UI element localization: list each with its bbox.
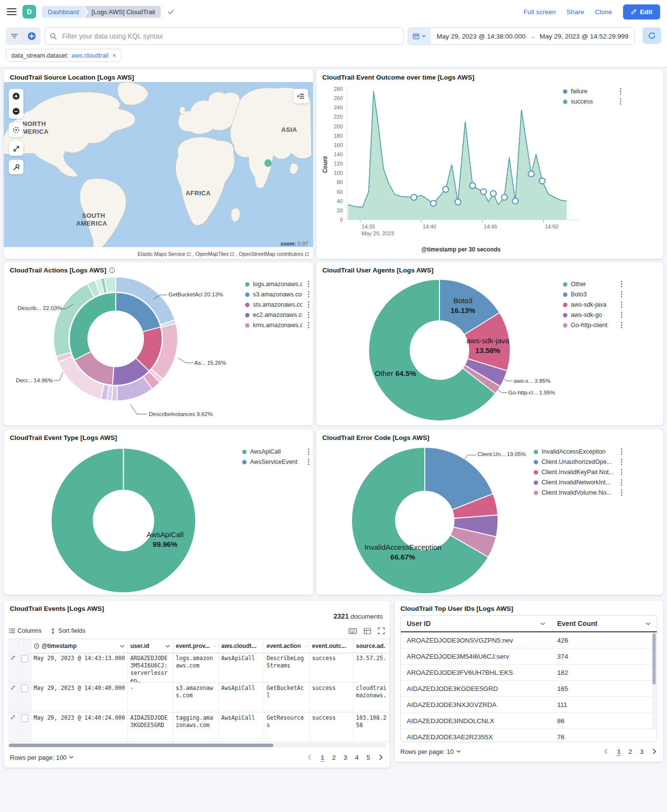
table-row[interactable]: AROAZEDJODE3M54I6U6CJ:serv374 [401, 648, 657, 665]
failure-data-point[interactable] [501, 194, 507, 200]
table-row[interactable]: AIDAZEDJODE3INDOLCNLX86 [401, 713, 657, 729]
page-number-3[interactable]: 3 [343, 754, 347, 761]
legend-menu-icon[interactable] [308, 312, 310, 318]
legend-menu-icon[interactable] [308, 301, 310, 308]
column-header-user-id[interactable]: user.id [128, 639, 173, 653]
failure-data-point[interactable] [455, 199, 461, 205]
legend-item[interactable]: aws-sdk-java [563, 301, 623, 308]
date-range-start[interactable]: May 29, 2023 @ 14:38:00.000 [437, 33, 525, 40]
clone-button[interactable]: Clone [595, 8, 612, 16]
attribution-link[interactable]: Elastic Maps Service [138, 251, 185, 257]
date-range-end[interactable]: May 29, 2023 @ 14:52:29.999 [540, 33, 628, 40]
column-header-source-ad-[interactable]: source.ad. [354, 639, 390, 653]
attribution-link[interactable]: OpenMapTiles [195, 251, 229, 257]
legend-item[interactable]: Client.InvalidKeyPair.Not... [534, 469, 623, 476]
previous-page-icon[interactable] [307, 754, 313, 760]
kql-search-box[interactable] [44, 27, 404, 45]
legend-item[interactable]: logs.amazonaws.com [245, 281, 310, 288]
failure-data-point[interactable] [528, 171, 534, 177]
row-checkbox[interactable] [21, 685, 28, 692]
legend-menu-icon[interactable] [621, 489, 623, 496]
column-header-event-action[interactable]: event.action [264, 639, 310, 653]
filter-menu-icon[interactable] [6, 28, 23, 44]
horizontal-scrollbar[interactable] [8, 743, 386, 748]
table-row[interactable]: May 29, 2023 @ 14:40:40.000-s3.amazonaws… [8, 683, 390, 712]
map-zoom-in-button[interactable] [9, 89, 23, 104]
keyboard-shortcuts-icon[interactable] [349, 628, 357, 634]
add-filter-button[interactable] [23, 28, 41, 44]
next-page-icon[interactable] [378, 754, 384, 760]
map-zoom-out-button[interactable] [9, 104, 23, 119]
legend-item[interactable]: failure [563, 88, 622, 95]
legend-item[interactable]: Client.InvalidVolume.No... [534, 489, 623, 496]
row-checkbox[interactable] [21, 714, 28, 722]
check-icon[interactable] [167, 8, 174, 15]
legend-menu-icon[interactable] [308, 448, 310, 455]
legend-item[interactable]: kms.amazonaws.com [245, 322, 310, 329]
legend-item[interactable]: Client.UnauthorizedOpe... [534, 458, 623, 465]
page-number-3[interactable]: 3 [640, 748, 644, 755]
table-row[interactable]: AIDAZEDJODE3NXJGVZRDA111 [401, 697, 657, 713]
legend-item[interactable]: s3.amazonaws.com [245, 291, 310, 298]
expand-row-icon[interactable] [8, 653, 19, 682]
legend-menu-icon[interactable] [621, 301, 623, 308]
legend-item[interactable]: Client.InvalidNetworkInt... [534, 479, 623, 486]
page-number-2[interactable]: 2 [628, 748, 632, 755]
table-row[interactable]: May 29, 2023 @ 14:43:13.000AROAZEDJODE3M… [8, 653, 390, 683]
failure-data-point[interactable] [443, 187, 449, 192]
table-row[interactable]: AROAZEDJODE3FV6UH7BHL:EKS182 [401, 665, 657, 681]
map-data-point[interactable] [265, 160, 271, 167]
sort-fields-button[interactable]: Sort fields [50, 627, 85, 634]
legend-menu-icon[interactable] [621, 312, 623, 318]
legend-menu-icon[interactable] [308, 281, 310, 288]
legend-menu-icon[interactable] [621, 291, 623, 298]
map-locate-button[interactable] [9, 123, 23, 137]
rows-per-page-selector[interactable]: Rows per page: 100 [10, 754, 74, 761]
column-header--timestamp[interactable]: @timestamp [31, 639, 128, 653]
legend-item[interactable]: sts.amazonaws.com [245, 301, 310, 308]
legend-menu-icon[interactable] [621, 469, 623, 476]
refresh-button[interactable] [643, 27, 661, 44]
legend-menu-icon[interactable] [621, 458, 623, 465]
failure-data-point[interactable] [470, 183, 476, 188]
next-page-icon[interactable] [651, 749, 657, 754]
scrollbar-thumb[interactable] [9, 744, 273, 747]
table-row[interactable]: AIDAZEDJODE3KGDEE5GRD165 [401, 681, 657, 697]
row-checkbox[interactable] [21, 655, 28, 663]
legend-item[interactable]: Go-http-client [563, 322, 623, 329]
column-header-event-count[interactable]: Event Count [551, 616, 657, 631]
column-header-event-prov-[interactable]: event.prov... [173, 639, 219, 653]
legend-item[interactable]: aws-sdk-go [563, 312, 623, 318]
map-legend-toggle-button[interactable] [293, 89, 308, 104]
full-screen-button[interactable]: Full screen [523, 8, 556, 16]
legend-menu-icon[interactable] [621, 448, 623, 455]
rows-per-page-selector[interactable]: Rows per page: 10 [400, 748, 461, 755]
legend-item[interactable]: ec2.amazonaws.com [245, 312, 310, 318]
legend-menu-icon[interactable] [308, 291, 310, 298]
expand-row-icon[interactable] [8, 712, 19, 742]
failure-data-point[interactable] [480, 189, 486, 195]
page-number-2[interactable]: 2 [332, 754, 336, 761]
failure-data-point[interactable] [539, 178, 545, 184]
page-number-5[interactable]: 5 [366, 754, 370, 761]
legend-menu-icon[interactable] [308, 322, 310, 329]
legend-menu-icon[interactable] [621, 322, 623, 329]
columns-button[interactable]: Columns [9, 627, 42, 634]
failure-data-point[interactable] [512, 198, 518, 204]
map-tools-button[interactable] [9, 160, 23, 174]
legend-item[interactable]: success [563, 98, 622, 105]
expand-row-icon[interactable] [8, 683, 19, 712]
previous-page-icon[interactable] [603, 749, 609, 754]
attribution-link[interactable]: OpenStreetMap contributors [239, 251, 303, 257]
share-button[interactable]: Share [566, 8, 584, 16]
space-avatar[interactable]: D [22, 5, 36, 19]
outcome-area-chart[interactable]: 0204060801001201401601802002202402602801… [318, 82, 582, 243]
edit-button[interactable]: Edit [623, 4, 661, 20]
legend-menu-icon[interactable] [621, 281, 623, 288]
calendar-menu-button[interactable] [408, 28, 431, 44]
legend-item[interactable]: AwsServiceEvent [242, 458, 310, 465]
legend-item[interactable]: Boto3 [563, 291, 623, 298]
column-header-aws-cloudt-[interactable]: aws.cloudt... [219, 639, 264, 653]
legend-item[interactable]: AwsApiCall [242, 448, 310, 455]
failure-data-point[interactable] [490, 190, 496, 196]
